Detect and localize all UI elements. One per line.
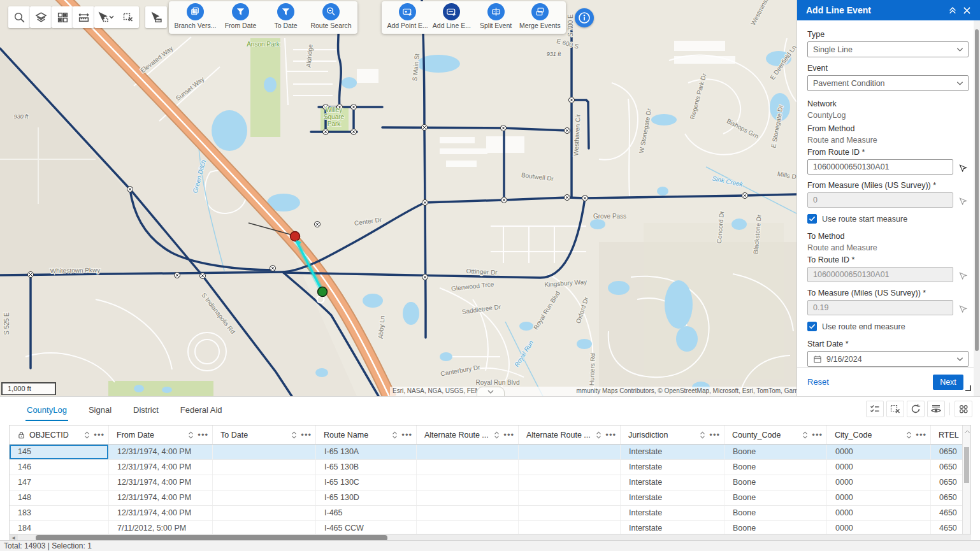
column-menu-icon[interactable]: •••	[301, 430, 312, 440]
event-select[interactable]: Pavement Condition	[807, 75, 969, 91]
measure-button[interactable]	[73, 6, 94, 28]
pick-to-route-on-map-button[interactable]	[957, 269, 969, 280]
table-cell[interactable]	[519, 475, 621, 490]
type-select[interactable]: Single Line	[807, 41, 969, 57]
reset-button[interactable]: Reset	[807, 377, 829, 387]
table-cell[interactable]: Interstate	[621, 460, 724, 475]
table-cell[interactable]: 147	[10, 475, 109, 490]
to-route-id-input[interactable]	[807, 267, 953, 282]
table-cell[interactable]: I-65 130D	[316, 490, 417, 505]
table-cell[interactable]: 12/31/1974, 4:00 PM	[109, 490, 213, 505]
table-cell[interactable]	[213, 460, 316, 475]
table-row[interactable]: 14512/31/1974, 4:00 PMI-65 130AInterstat…	[10, 445, 970, 460]
column-menu-icon[interactable]: •••	[198, 430, 208, 440]
table-cell[interactable]: Boone	[724, 445, 827, 459]
table-row[interactable]: 14612/31/1974, 4:00 PMI-65 130BInterstat…	[10, 460, 970, 475]
pick-from-route-on-map-button[interactable]	[957, 161, 969, 173]
route-search-button[interactable]: Route Search	[309, 3, 354, 29]
tab-federal-aid[interactable]: Federal Aid	[179, 401, 224, 421]
table-cell[interactable]: I-465	[316, 506, 417, 520]
merge-events-button[interactable]: Merge Events	[518, 3, 562, 29]
sort-icon[interactable]	[802, 431, 808, 439]
table-cell[interactable]	[417, 521, 519, 534]
table-cell[interactable]: 12/31/1974, 4:00 PM	[109, 475, 213, 490]
table-cell[interactable]: 7/11/2012, 5:00 PM	[109, 521, 213, 534]
route-selection-tool-button[interactable]	[145, 6, 167, 28]
table-cell[interactable]: 146	[10, 460, 109, 475]
table-cell[interactable]	[417, 490, 519, 505]
add-line-event-button[interactable]: Add Line E...	[429, 3, 473, 29]
column-menu-icon[interactable]: •••	[94, 430, 104, 440]
next-button[interactable]: Next	[933, 375, 963, 390]
table-cell[interactable]: Boone	[724, 460, 827, 475]
table-cell[interactable]	[213, 445, 316, 459]
table-cell[interactable]: I-65 130A	[316, 445, 417, 459]
from-route-id-input[interactable]	[807, 159, 953, 175]
map-canvas[interactable]: Elevated WaySunset WayAnson ParkAldridge…	[0, 0, 796, 396]
split-event-button[interactable]: Split Event	[474, 3, 518, 29]
use-route-start-measure-checkbox[interactable]: Use route start measure	[807, 214, 969, 224]
sort-icon[interactable]	[392, 431, 398, 439]
column-menu-icon[interactable]: •••	[916, 430, 926, 440]
info-button[interactable]	[575, 8, 594, 27]
from-measure-input[interactable]	[807, 192, 953, 208]
table-cell[interactable]: Interstate	[621, 445, 724, 459]
column-menu-icon[interactable]: •••	[503, 430, 514, 440]
table-cell[interactable]	[417, 460, 519, 475]
column-header-jurisdiction[interactable]: Jurisdiction•••	[621, 426, 724, 444]
sort-icon[interactable]	[596, 431, 602, 439]
basemap-gallery-button[interactable]	[52, 6, 73, 28]
select-features-button[interactable]	[94, 6, 117, 28]
table-cell[interactable]: 0000	[827, 490, 931, 505]
tab-district[interactable]: District	[132, 401, 160, 421]
table-cell[interactable]	[519, 506, 621, 520]
table-cell[interactable]: Interstate	[621, 490, 724, 505]
hide-fields-button[interactable]	[927, 401, 945, 417]
table-cell[interactable]: 183	[10, 506, 109, 520]
table-cell[interactable]: 0000	[827, 460, 931, 475]
table-cell[interactable]: 184	[10, 521, 109, 534]
column-menu-icon[interactable]: •••	[401, 430, 412, 440]
table-cell[interactable]	[213, 506, 316, 520]
table-cell[interactable]: Boone	[724, 475, 827, 490]
sort-icon[interactable]	[494, 431, 500, 439]
table-cell[interactable]: 0000	[827, 521, 931, 534]
column-header-alternate-route-[interactable]: Alternate Route ...•••	[519, 426, 621, 444]
table-cell[interactable]	[213, 475, 316, 490]
tab-signal[interactable]: Signal	[87, 401, 113, 421]
filter-button[interactable]: To Date	[264, 3, 308, 29]
layers-button[interactable]	[30, 6, 52, 28]
panel-resize-handle[interactable]	[965, 385, 971, 391]
column-header-county-code[interactable]: County_Code•••	[724, 426, 827, 444]
pick-to-measure-on-map-button[interactable]	[957, 302, 969, 313]
table-cell[interactable]: Interstate	[621, 506, 724, 520]
table-cell[interactable]: I-65 130C	[316, 475, 417, 490]
table-cell[interactable]: I-65 130B	[316, 460, 417, 475]
use-route-end-measure-checkbox[interactable]: Use route end measure	[807, 322, 969, 331]
table-cell[interactable]: 12/31/1974, 4:00 PM	[109, 445, 213, 459]
table-cell[interactable]: 148	[10, 490, 109, 505]
column-header-from-date[interactable]: From Date•••	[109, 426, 213, 444]
collapse-panel-button[interactable]	[946, 3, 960, 17]
start-date-picker[interactable]: 9/16/2024	[807, 351, 969, 367]
table-cell[interactable]: I-465 CCW	[316, 521, 417, 534]
table-cell[interactable]: Boone	[724, 506, 827, 520]
sort-icon[interactable]	[700, 431, 705, 439]
close-panel-button[interactable]	[960, 3, 974, 17]
table-cell[interactable]	[417, 506, 519, 520]
table-cell[interactable]: 145	[10, 445, 109, 459]
table-cell[interactable]	[519, 445, 621, 459]
tab-countylog[interactable]: CountyLog	[25, 401, 68, 421]
table-cell[interactable]	[519, 490, 621, 505]
filter-button[interactable]: From Date	[219, 3, 263, 29]
table-row[interactable]: 14812/31/1974, 4:00 PMI-65 130DInterstat…	[10, 490, 970, 506]
table-cell[interactable]: 0000	[827, 475, 931, 490]
table-cell[interactable]: Interstate	[621, 521, 724, 534]
table-cell[interactable]: Boone	[724, 521, 827, 534]
column-header-objectid[interactable]: OBJECTID•••	[10, 426, 109, 444]
column-menu-icon[interactable]: •••	[605, 430, 616, 440]
show-selection-button[interactable]	[866, 401, 884, 417]
add-point-event-button[interactable]: Add Point E...	[386, 3, 429, 29]
column-menu-icon[interactable]: •••	[709, 430, 720, 440]
table-cell[interactable]	[417, 445, 519, 459]
